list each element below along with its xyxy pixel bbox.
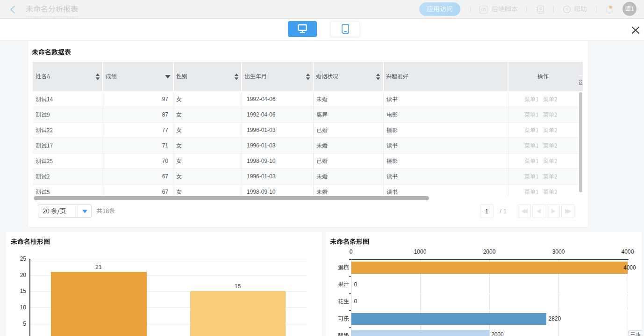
svg-text:?: ? <box>565 7 568 12</box>
